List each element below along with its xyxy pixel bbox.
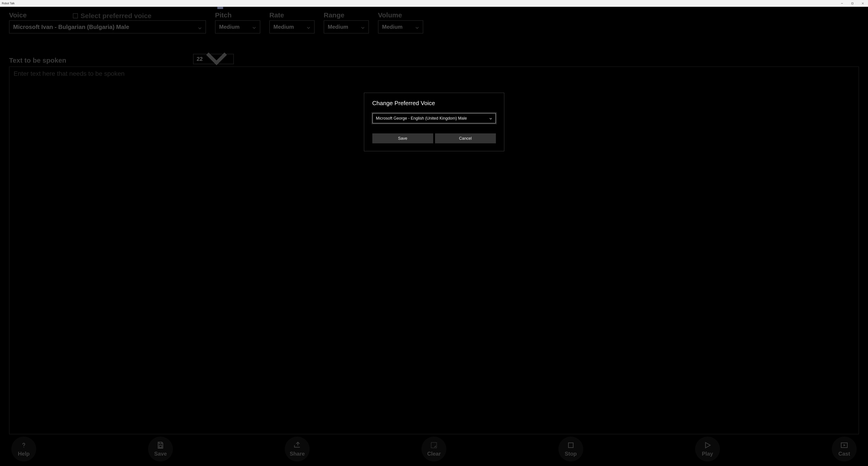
- chevron-down-icon: [361, 25, 365, 29]
- cast-label: Cast: [838, 451, 850, 457]
- svg-rect-8: [568, 443, 573, 448]
- share-icon: [293, 441, 301, 449]
- svg-point-4: [24, 447, 24, 448]
- bottom-action-bar: Help Save Share Clear Stop Play Cast: [9, 434, 859, 466]
- share-label: Share: [290, 451, 305, 457]
- clear-label: Clear: [427, 451, 441, 457]
- select-preferred-label: Select preferred voice: [81, 12, 152, 20]
- voice-header-row: Voice Select preferred voice: [9, 11, 206, 20]
- range-dropdown[interactable]: Medium: [324, 20, 369, 33]
- rate-column: Rate Medium: [269, 11, 315, 33]
- voice-label: Voice: [9, 11, 27, 19]
- clear-icon: [430, 441, 438, 449]
- select-preferred-wrap[interactable]: Select preferred voice: [73, 12, 152, 20]
- rate-label: Rate: [269, 11, 315, 19]
- voice-column: Voice Select preferred voice Microsoft I…: [9, 11, 206, 33]
- preferred-voice-value: Microsoft George - English (United Kingd…: [376, 116, 467, 121]
- text-header-row: Text to be spoken 22: [9, 54, 859, 64]
- dialog-button-row: Save Cancel: [372, 133, 496, 143]
- volume-label: Volume: [378, 11, 423, 19]
- help-icon: [20, 441, 28, 449]
- play-label: Play: [702, 451, 713, 457]
- minimize-button[interactable]: [837, 0, 847, 7]
- stop-icon: [567, 441, 575, 449]
- svg-rect-1: [852, 3, 853, 4]
- rate-dropdown[interactable]: Medium: [269, 20, 315, 33]
- selection-marker: [217, 7, 223, 9]
- volume-dropdown[interactable]: Medium: [378, 20, 423, 33]
- range-value: Medium: [328, 24, 348, 30]
- stop-label: Stop: [565, 451, 577, 457]
- range-label: Range: [324, 11, 369, 19]
- pitch-label: Pitch: [215, 11, 260, 19]
- chevron-down-icon: [415, 25, 419, 29]
- dialog-save-button[interactable]: Save: [372, 133, 433, 143]
- play-button[interactable]: Play: [695, 437, 720, 462]
- pitch-value: Medium: [219, 24, 240, 30]
- chevron-down-icon: [489, 117, 492, 120]
- chevron-down-icon: [306, 25, 311, 29]
- svg-rect-7: [431, 442, 437, 448]
- chevron-down-icon: [252, 25, 256, 29]
- svg-marker-11: [843, 444, 846, 446]
- speech-text-placeholder: Enter text here that needs to be spoken: [13, 70, 124, 77]
- window-title: Robot Talk: [2, 2, 14, 5]
- voice-dropdown-value: Microsoft Ivan - Bulgarian (Bulgaria) Ma…: [13, 24, 129, 31]
- dialog-cancel-label: Cancel: [459, 136, 472, 141]
- clear-button[interactable]: Clear: [422, 437, 446, 462]
- close-button[interactable]: [858, 0, 868, 7]
- save-icon: [156, 441, 164, 449]
- volume-column: Volume Medium: [378, 11, 423, 33]
- save-label: Save: [154, 451, 167, 457]
- svg-rect-5: [159, 442, 162, 444]
- chevron-down-icon: [198, 25, 202, 29]
- help-label: Help: [18, 451, 30, 457]
- maximize-button[interactable]: [847, 0, 858, 7]
- play-icon: [704, 441, 712, 449]
- cast-button[interactable]: Cast: [832, 437, 857, 462]
- window-controls: [837, 0, 868, 7]
- pitch-dropdown[interactable]: Medium: [215, 20, 260, 33]
- rate-value: Medium: [273, 24, 294, 30]
- select-preferred-checkbox[interactable]: [73, 13, 78, 18]
- stop-button[interactable]: Stop: [558, 437, 583, 462]
- change-preferred-voice-dialog: Change Preferred Voice Microsoft George …: [364, 93, 504, 151]
- top-controls: Voice Select preferred voice Microsoft I…: [9, 11, 859, 33]
- preferred-voice-dropdown[interactable]: Microsoft George - English (United Kingd…: [372, 113, 496, 124]
- dialog-title: Change Preferred Voice: [372, 100, 496, 107]
- help-button[interactable]: Help: [11, 437, 36, 462]
- voice-dropdown[interactable]: Microsoft Ivan - Bulgarian (Bulgaria) Ma…: [9, 20, 206, 33]
- text-to-speak-label: Text to be spoken: [9, 57, 66, 64]
- share-button[interactable]: Share: [285, 437, 310, 462]
- font-size-value: 22: [197, 56, 203, 62]
- svg-marker-9: [706, 442, 710, 448]
- save-button[interactable]: Save: [148, 437, 173, 462]
- window-titlebar: Robot Talk: [0, 0, 868, 7]
- range-column: Range Medium: [324, 11, 369, 33]
- pitch-column: Pitch Medium: [215, 11, 260, 33]
- svg-rect-6: [159, 446, 162, 448]
- app-body: Voice Select preferred voice Microsoft I…: [0, 7, 868, 466]
- volume-value: Medium: [382, 24, 403, 30]
- cast-icon: [840, 441, 848, 449]
- dialog-save-label: Save: [398, 136, 407, 141]
- font-size-dropdown[interactable]: 22: [193, 54, 234, 64]
- dialog-cancel-button[interactable]: Cancel: [435, 133, 496, 143]
